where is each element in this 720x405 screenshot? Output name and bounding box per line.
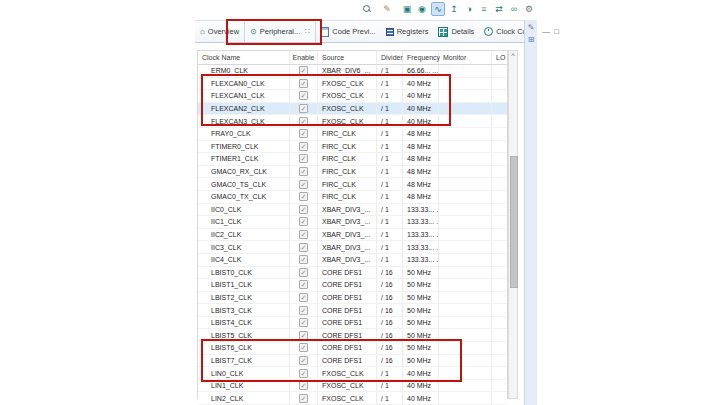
enable-checkbox[interactable]: ✓ (299, 331, 308, 340)
views-icon[interactable]: ▣ (401, 3, 413, 15)
enable-checkbox[interactable]: ✓ (299, 280, 308, 289)
enable-checkbox[interactable]: ✓ (299, 306, 308, 315)
main-toolbar: ✎▣◉∿↥◑≡⇄∞⚙ (390, 0, 535, 18)
enable-checkbox[interactable]: ✓ (299, 356, 308, 365)
scrollbar-thumb[interactable] (510, 156, 518, 288)
table-row[interactable]: LIN2_CLK✓FXOSC_CLK/ 140 MHz (198, 392, 507, 405)
table-row[interactable]: LBIST7_CLK✓CORE DFS1/ 1650 MHz (198, 355, 507, 368)
table-row[interactable]: IIC0_CLK✓XBAR_DIV3_.../ 1133.33... ... (198, 204, 507, 217)
table-row[interactable]: IIC2_CLK✓XBAR_DIV3_.../ 1133.33... ... (198, 229, 507, 242)
col-header-divider[interactable]: Divider (377, 51, 403, 64)
enable-cell: ✓ (290, 90, 318, 102)
enable-checkbox[interactable]: ✓ (299, 381, 308, 390)
enable-checkbox[interactable]: ✓ (299, 142, 308, 151)
edit-workspace-icon[interactable]: ✎ (381, 3, 393, 15)
col-header-enable[interactable]: Enable (290, 51, 318, 64)
enable-checkbox[interactable]: ✓ (299, 66, 308, 75)
pencil-icon[interactable]: ✎ (528, 24, 535, 32)
table-row[interactable]: FRAY0_CLK✓FIRC_CLK/ 148 MHz (198, 128, 507, 141)
table-row[interactable]: LBIST5_CLK✓CORE DFS1/ 1650 MHz (198, 329, 507, 342)
enable-checkbox[interactable]: ✓ (299, 243, 308, 252)
table-row[interactable]: GMAC0_TS_CLK✓FIRC_CLK/ 148 MHz (198, 178, 507, 191)
pins-tool-icon[interactable]: ↥ (448, 3, 460, 15)
table-row[interactable]: IIC3_CLK✓XBAR_DIV3_.../ 1133.33... ... (198, 241, 507, 254)
table-row[interactable]: LBIST2_CLK✓CORE DFS1/ 1650 MHz (198, 292, 507, 305)
table-row[interactable]: FLEXCAN1_CLK✓FXOSC_CLK/ 140 MHz (198, 90, 507, 103)
monitor-cell (439, 292, 492, 304)
enable-checkbox[interactable]: ✓ (299, 129, 308, 138)
enable-checkbox[interactable]: ✓ (299, 91, 308, 100)
maximize-button[interactable]: □ (554, 28, 559, 36)
enable-checkbox[interactable]: ✓ (299, 167, 308, 176)
tab-code-preview[interactable]: Code Previ... (316, 22, 380, 42)
clocks-tool-icon[interactable]: ∿ (431, 2, 445, 16)
table-row[interactable]: LBIST0_CLK✓CORE DFS1/ 1650 MHz (198, 267, 507, 280)
update-code-icon[interactable]: ∞ (508, 3, 520, 15)
enable-checkbox[interactable]: ✓ (299, 117, 308, 126)
table-row[interactable]: LBIST3_CLK✓CORE DFS1/ 1650 MHz (198, 304, 507, 317)
list-icon[interactable]: ≡ (478, 3, 490, 15)
table-row[interactable]: FLEXCAN3_CLK✓FXOSC_CLK/ 140 MHz (198, 115, 507, 128)
restore-icon[interactable]: ∷ (305, 27, 310, 36)
col-header-frequency[interactable]: Frequency (403, 51, 439, 64)
table-row[interactable]: GMAC0_RX_CLK✓FIRC_CLK/ 148 MHz (198, 166, 507, 179)
table-row[interactable]: FLEXCAN0_CLK✓FXOSC_CLK/ 140 MHz (198, 78, 507, 91)
enable-checkbox[interactable]: ✓ (299, 180, 308, 189)
source-cell: FXOSC_CLK (318, 115, 377, 127)
col-header-source[interactable]: Source (318, 51, 377, 64)
functional-groups-icon[interactable]: ◉ (416, 3, 428, 15)
table-row[interactable]: LBIST1_CLK✓CORE DFS1/ 1650 MHz (198, 279, 507, 292)
table-vertical-scrollbar[interactable]: ^ (508, 50, 518, 399)
restore-view-icon[interactable]: ⊞ (528, 36, 535, 44)
col-header-clock-name[interactable]: Clock Name (198, 51, 290, 64)
table-row[interactable]: FTIMER0_CLK✓FIRC_CLK/ 148 MHz (198, 141, 507, 154)
enable-checkbox[interactable]: ✓ (299, 192, 308, 201)
enable-checkbox[interactable]: ✓ (299, 343, 308, 352)
enable-checkbox[interactable]: ✓ (299, 318, 308, 327)
table-row[interactable]: FLEXCAN2_CLK✓FXOSC_CLK/ 140 MHz (198, 103, 507, 116)
tab-overview[interactable]: ⌂ Overview (195, 22, 244, 42)
power-tool-icon[interactable]: ◑ (463, 3, 475, 15)
scroll-up-arrow[interactable]: ^ (509, 51, 517, 61)
monitor-cell (439, 355, 492, 367)
transfer-icon[interactable]: ⇄ (493, 3, 505, 15)
enable-checkbox[interactable]: ✓ (299, 293, 308, 302)
table-row[interactable]: GMAC0_TX_CLK✓FIRC_CLK/ 148 MHz (198, 191, 507, 204)
table-row[interactable]: ERM0_CLK✓XBAR_DIV6_.../ 166.66... ... (198, 65, 507, 78)
minimize-button[interactable]: — (542, 28, 550, 36)
table-row[interactable]: IIC1_CLK✓XBAR_DIV3_.../ 1133.33... ... (198, 216, 507, 229)
enable-checkbox[interactable]: ✓ (299, 104, 308, 113)
tab-label: Details (451, 27, 474, 36)
frequency-cell: 48 MHz (403, 191, 439, 203)
table-row[interactable]: LBIST4_CLK✓CORE DFS1/ 1650 MHz (198, 317, 507, 330)
enable-checkbox[interactable]: ✓ (299, 394, 308, 403)
gear-icon[interactable]: ⚙ (523, 3, 535, 15)
enable-checkbox[interactable]: ✓ (299, 268, 308, 277)
search-icon[interactable] (361, 3, 373, 15)
lo-cell (492, 241, 507, 253)
enable-checkbox[interactable]: ✓ (299, 217, 308, 226)
source-cell: FXOSC_CLK (318, 367, 377, 379)
table-row[interactable]: IIC4_CLK✓XBAR_DIV3_.../ 1133.33... ... (198, 254, 507, 267)
table-row[interactable]: LIN1_CLK✓FXOSC_CLK/ 140 MHz (198, 380, 507, 393)
col-header-lo[interactable]: LO (492, 51, 507, 64)
frequency-cell: 50 MHz (403, 267, 439, 279)
frequency-cell: 40 MHz (403, 380, 439, 392)
enable-checkbox[interactable]: ✓ (299, 154, 308, 163)
enable-checkbox[interactable]: ✓ (299, 255, 308, 264)
table-row[interactable]: LIN0_CLK✓FXOSC_CLK/ 140 MHz (198, 367, 507, 380)
tab-registers[interactable]: Registers (381, 22, 434, 42)
clock-name-cell: IIC2_CLK (198, 229, 290, 241)
lo-cell (492, 380, 507, 392)
enable-checkbox[interactable]: ✓ (299, 230, 308, 239)
tab-peripheral-clocks[interactable]: ⊙ Peripheral... ∷ (244, 22, 316, 42)
clock-name-cell: LBIST7_CLK (198, 355, 290, 367)
col-header-monitor[interactable]: Monitor (439, 51, 492, 64)
clock-name-cell: FTIMER0_CLK (198, 141, 290, 153)
enable-checkbox[interactable]: ✓ (299, 369, 308, 378)
enable-checkbox[interactable]: ✓ (299, 205, 308, 214)
table-row[interactable]: LBIST6_CLK✓CORE DFS1/ 1650 MHz (198, 342, 507, 355)
enable-checkbox[interactable]: ✓ (299, 79, 308, 88)
table-row[interactable]: FTIMER1_CLK✓FIRC_CLK/ 148 MHz (198, 153, 507, 166)
tab-details[interactable]: Details (433, 22, 479, 42)
